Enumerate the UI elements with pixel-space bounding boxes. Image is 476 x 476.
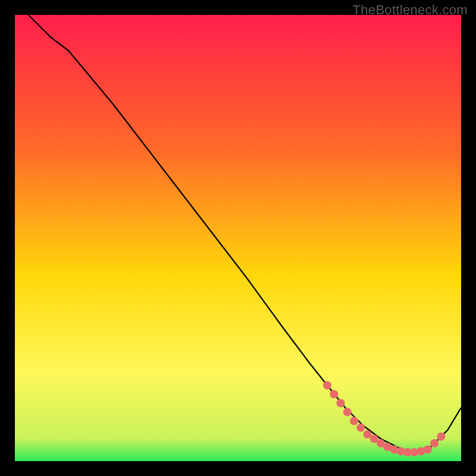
data-dot: [437, 433, 445, 441]
data-dot: [330, 390, 338, 399]
data-dot: [356, 424, 365, 432]
data-dot: [343, 408, 352, 416]
plot-area: [15, 15, 461, 461]
data-dot: [350, 417, 358, 425]
plot-svg: [15, 15, 461, 461]
data-dot: [424, 446, 432, 454]
data-dot: [337, 399, 345, 408]
data-dot: [323, 381, 331, 390]
gradient-background: [15, 15, 461, 461]
chart-frame: TheBottleneck.com: [0, 0, 476, 476]
data-dot: [430, 439, 439, 447]
